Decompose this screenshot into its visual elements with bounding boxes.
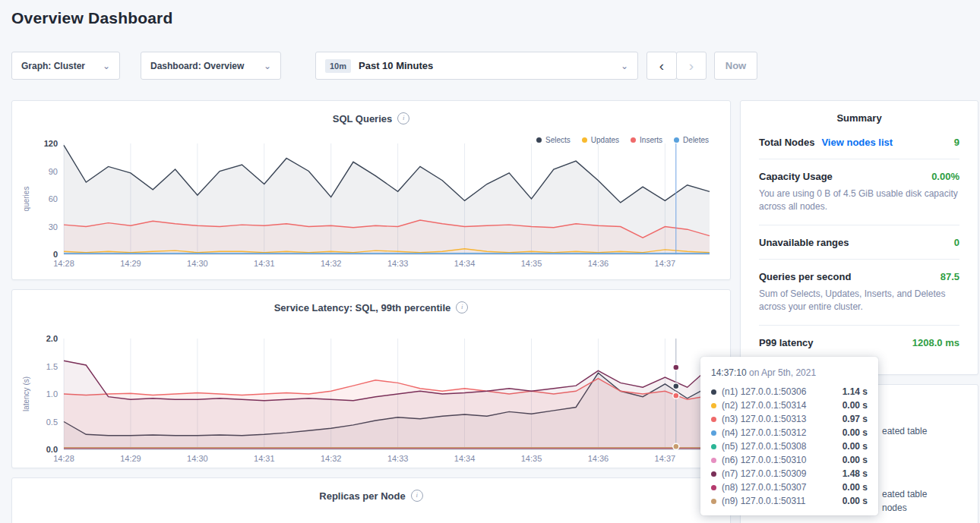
chevron-down-icon: ⌄ [95,61,110,71]
summary-title: Summary [741,101,978,125]
dashboard-dropdown[interactable]: Dashboard: Overview ⌄ [141,52,281,80]
tooltip-node-value: 0.00 s [842,427,868,438]
svg-text:latency (s): latency (s) [22,376,30,411]
tooltip-node-label: (n4) 127.0.0.1:50312 [722,427,837,438]
svg-text:0: 0 [53,250,58,259]
svg-text:1.0: 1.0 [46,389,58,399]
svg-text:14:31: 14:31 [254,259,275,268]
graph-dropdown-label: Graph: Cluster [21,61,85,71]
time-range-badge: 10m [325,59,351,73]
view-nodes-list-link[interactable]: View nodes list [821,137,893,148]
summary-label: Capacity Usage [759,171,833,182]
svg-text:14:28: 14:28 [53,259,74,268]
svg-text:14:36: 14:36 [588,454,609,463]
time-prev-button[interactable]: ‹ [646,52,677,80]
svg-text:0.0: 0.0 [46,445,58,454]
summary-row-header: Total NodesView nodes list9 [759,137,959,148]
now-button-label: Now [726,60,746,71]
svg-text:14:33: 14:33 [387,259,409,268]
chart-tooltip: 14:37:10 on Apr 5th, 2021 (n1) 127.0.0.1… [700,357,878,515]
tooltip-row: (n3) 127.0.0.1:503130.97 s [711,412,868,426]
panel-title: Service Latency: SQL, 99th percentile [274,302,451,313]
summary-row: P99 latency1208.0 ms [759,326,959,359]
tooltip-date: on Apr 5th, 2021 [747,367,816,378]
tooltip-node-label: (n7) 127.0.0.1:50309 [722,468,837,479]
svg-text:14:35: 14:35 [521,454,542,463]
svg-text:14:31: 14:31 [254,454,275,463]
tooltip-node-label: (n5) 127.0.0.1:50308 [722,441,837,452]
sql-queries-panel: SQL Queries i SelectsUpdatesInsertsDelet… [11,100,731,280]
summary-label: Total Nodes [759,137,814,148]
time-next-button[interactable]: › [676,52,707,80]
tooltip-row: (n6) 127.0.0.1:503100.00 s [711,453,868,467]
summary-rows: Total NodesView nodes list9Capacity Usag… [741,125,978,359]
tooltip-node-value: 0.00 s [842,496,868,506]
series-dot-icon [711,485,716,490]
tooltip-row: (n4) 127.0.0.1:503120.00 s [711,426,868,440]
tooltip-node-label: (n9) 127.0.0.1:50311 [722,496,837,506]
summary-panel: Summary Total NodesView nodes list9Capac… [740,100,978,375]
svg-text:14:32: 14:32 [321,454,342,463]
svg-text:14:34: 14:34 [454,454,476,463]
service-latency-panel-header: Service Latency: SQL, 99th percentile i [12,290,730,314]
summary-row: Capacity Usage0.00%You are using 0 B of … [759,159,959,225]
tooltip-node-value: 0.00 s [842,400,868,411]
series-dot-icon [711,403,716,408]
info-icon[interactable]: i [397,112,409,124]
svg-text:120: 120 [44,139,58,148]
sql-queries-chart[interactable]: 14:2814:2914:3014:3114:3214:3314:3414:35… [20,137,730,276]
svg-text:14:37: 14:37 [655,259,676,268]
panel-title: Replicas per Node [319,490,405,502]
tooltip-row: (n7) 127.0.0.1:503091.48 s [711,467,868,480]
svg-text:14:35: 14:35 [521,259,542,268]
summary-row: Unavailable ranges0 [759,225,959,260]
summary-row: Total NodesView nodes list9 [759,125,959,159]
summary-value: 87.5 [940,271,959,282]
page-title: Overview Dashboard [11,9,173,27]
series-dot-icon [711,499,716,504]
series-dot-icon [711,444,716,449]
tooltip-node-label: (n1) 127.0.0.1:50306 [722,386,837,397]
series-dot-icon [711,430,716,436]
service-latency-chart[interactable]: 14:2814:2914:3014:3114:3214:3314:3414:35… [20,332,730,471]
tooltip-node-label: (n2) 127.0.0.1:50314 [722,400,837,411]
summary-label: Unavailable ranges [759,237,849,248]
svg-text:0.5: 0.5 [46,417,58,427]
tooltip-row: (n2) 127.0.0.1:503140.00 s [711,399,868,412]
dashboard-dropdown-label: Dashboard: Overview [150,61,244,71]
info-icon[interactable]: i [411,490,423,502]
series-dot-icon [711,471,716,477]
svg-text:2.0: 2.0 [46,334,58,343]
event-text-fragment: eated table [882,426,927,436]
tooltip-time: 14:37:10 [711,367,747,378]
tooltip-node-value: 0.97 s [842,414,868,424]
tooltip-node-value: 0.00 s [842,441,868,452]
summary-description: You are using 0 B of 4.5 GiB usable disk… [759,187,959,214]
summary-row: Queries per second87.5Sum of Selects, Up… [759,260,959,326]
time-range-dropdown[interactable]: 10m Past 10 Minutes ⌄ [315,52,638,80]
summary-row-header: Capacity Usage0.00% [759,171,959,182]
graph-dropdown[interactable]: Graph: Cluster ⌄ [11,52,120,80]
svg-text:14:28: 14:28 [53,454,74,463]
summary-label: P99 latency [759,337,814,348]
summary-value: 9 [954,137,959,148]
svg-text:14:37: 14:37 [655,454,676,463]
time-range-label: Past 10 Minutes [359,60,433,71]
sql-queries-panel-header: SQL Queries i [12,101,730,125]
arrow-right-icon: › [689,58,694,74]
info-icon[interactable]: i [456,301,468,313]
tooltip-row: (n5) 127.0.0.1:503080.00 s [711,440,868,453]
tooltip-node-value: 1.48 s [842,468,868,479]
tooltip-row: (n8) 127.0.0.1:503070.00 s [711,480,868,494]
svg-text:14:33: 14:33 [387,454,409,463]
svg-text:60: 60 [49,194,58,203]
tooltip-node-value: 0.00 s [842,482,868,493]
now-button[interactable]: Now [714,52,757,80]
svg-text:30: 30 [49,222,58,232]
tooltip-node-value: 1.14 s [842,386,868,397]
replicas-per-node-panel: Replicas per Node i [11,477,731,523]
svg-text:14:30: 14:30 [187,259,208,268]
summary-value: 0.00% [931,171,959,182]
svg-text:1.5: 1.5 [46,362,58,371]
tooltip-rows: (n1) 127.0.0.1:503061.14 s(n2) 127.0.0.1… [711,385,868,508]
